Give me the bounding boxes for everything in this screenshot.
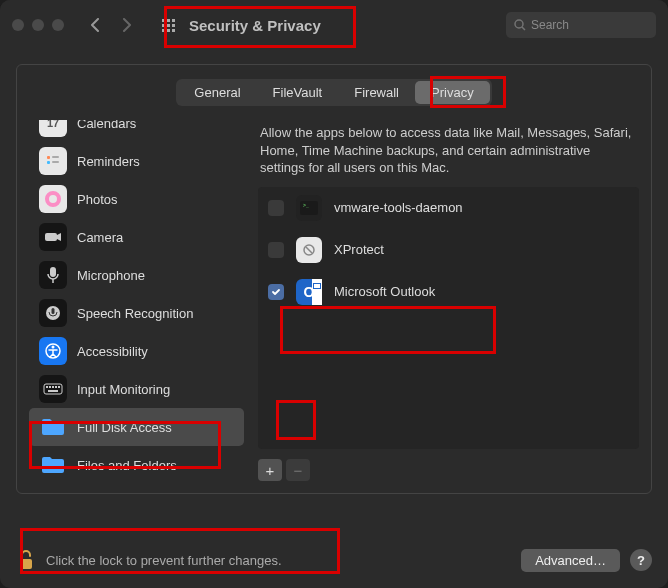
svg-rect-7 [45,233,57,241]
close-window-button[interactable] [12,19,24,31]
outlook-icon: O [296,279,322,305]
sidebar-item-label: Accessibility [77,344,148,359]
svg-rect-11 [52,308,55,314]
allowed-apps-list: >_ vmware-tools-daemon XProtect [258,187,639,449]
help-button[interactable]: ? [630,549,652,571]
svg-rect-25 [20,559,32,569]
search-input[interactable]: Search [506,12,656,38]
forward-button[interactable] [116,14,138,36]
privacy-category-list[interactable]: 17 Calendars Reminders [29,120,244,481]
svg-rect-14 [44,384,62,394]
sidebar-item-photos[interactable]: Photos [29,180,244,218]
sidebar-item-label: Reminders [77,154,140,169]
minimize-window-button[interactable] [32,19,44,31]
svg-point-0 [515,20,523,28]
tab-privacy[interactable]: Privacy [415,81,490,104]
search-icon [514,19,526,31]
traffic-lights [12,19,64,31]
microphone-icon [39,261,67,289]
sidebar-item-reminders[interactable]: Reminders [29,142,244,180]
camera-icon [39,223,67,251]
sidebar-item-files-and-folders[interactable]: Files and Folders [29,446,244,481]
search-placeholder: Search [531,18,569,32]
svg-point-6 [47,193,59,205]
lock-hint-text: Click the lock to prevent further change… [46,553,511,568]
svg-rect-17 [52,386,54,388]
app-row[interactable]: XProtect [258,229,639,271]
svg-rect-3 [52,156,59,158]
accessibility-icon [39,337,67,365]
svg-rect-4 [47,161,50,164]
svg-line-1 [522,27,525,30]
tab-bar: General FileVault Firewall Privacy [29,79,639,106]
sidebar-item-label: Input Monitoring [77,382,170,397]
app-name-label: Microsoft Outlook [334,284,435,299]
svg-point-13 [52,346,55,349]
keyboard-icon [39,375,67,403]
app-checkbox[interactable] [268,200,284,216]
generic-app-icon [296,237,322,263]
tab-general[interactable]: General [178,81,256,104]
sidebar-item-label: Files and Folders [77,458,177,473]
sidebar-item-microphone[interactable]: Microphone [29,256,244,294]
svg-rect-8 [50,267,56,277]
lock-icon[interactable] [16,548,36,572]
toolbar: Security & Privacy Search [0,0,668,50]
sidebar-item-input-monitoring[interactable]: Input Monitoring [29,370,244,408]
speech-icon [39,299,67,327]
sidebar-item-accessibility[interactable]: Accessibility [29,332,244,370]
svg-rect-2 [47,156,50,159]
zoom-window-button[interactable] [52,19,64,31]
svg-rect-19 [58,386,60,388]
show-all-icon[interactable] [162,19,175,32]
folder-icon [39,451,67,479]
app-row[interactable]: >_ vmware-tools-daemon [258,187,639,229]
reminders-icon [39,147,67,175]
folder-icon [39,413,67,441]
sidebar-item-full-disk-access[interactable]: Full Disk Access [29,408,244,446]
app-row[interactable]: O Microsoft Outlook [258,271,639,313]
sidebar-item-label: Full Disk Access [77,420,172,435]
sidebar-item-label: Camera [77,230,123,245]
sidebar-item-label: Microphone [77,268,145,283]
footer: Click the lock to prevent further change… [0,532,668,588]
sidebar-item-label: Photos [77,192,117,207]
permission-description: Allow the apps below to access data like… [258,120,639,177]
sidebar-item-label: Speech Recognition [77,306,193,321]
terminal-icon: >_ [296,195,322,221]
sidebar-item-label: Calendars [77,120,136,131]
add-app-button[interactable]: + [258,459,282,481]
photos-icon [39,185,67,213]
sidebar-item-calendars[interactable]: 17 Calendars [29,120,244,142]
remove-app-button[interactable]: − [286,459,310,481]
svg-rect-5 [52,161,59,163]
svg-rect-15 [46,386,48,388]
svg-line-24 [306,247,312,253]
svg-text:>_: >_ [303,202,309,208]
svg-rect-18 [55,386,57,388]
sidebar-item-speech-recognition[interactable]: Speech Recognition [29,294,244,332]
sidebar-item-camera[interactable]: Camera [29,218,244,256]
app-checkbox[interactable] [268,284,284,300]
svg-rect-20 [48,390,58,392]
svg-rect-16 [49,386,51,388]
app-name-label: vmware-tools-daemon [334,200,463,215]
tab-firewall[interactable]: Firewall [338,81,415,104]
app-checkbox[interactable] [268,242,284,258]
app-name-label: XProtect [334,242,384,257]
tab-filevault[interactable]: FileVault [257,81,339,104]
calendar-icon: 17 [39,120,67,137]
pane-title: Security & Privacy [189,17,321,34]
advanced-button[interactable]: Advanced… [521,549,620,572]
back-button[interactable] [84,14,106,36]
